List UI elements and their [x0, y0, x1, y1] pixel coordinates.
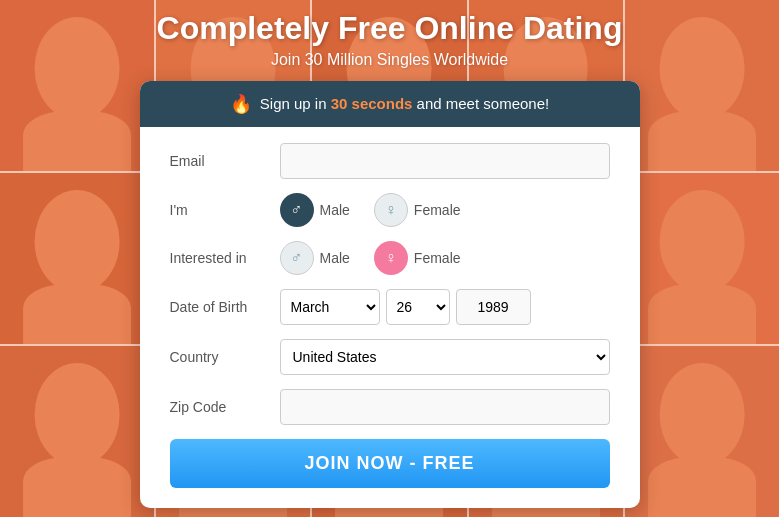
dob-label: Date of Birth: [170, 299, 280, 315]
interested-male-option[interactable]: ♂ Male: [280, 241, 350, 275]
interested-label: Interested in: [170, 250, 280, 266]
email-row: Email: [170, 143, 610, 179]
country-label: Country: [170, 349, 280, 365]
form-header-highlight: 30 seconds: [331, 95, 413, 112]
zip-controls: [280, 389, 610, 425]
dob-controls: January February March April May June Ju…: [280, 289, 610, 325]
zip-input[interactable]: [280, 389, 610, 425]
interested-male-label: Male: [320, 250, 350, 266]
zip-label: Zip Code: [170, 399, 280, 415]
form-header-prefix: Sign up in: [260, 95, 331, 112]
form-header-suffix: and meet someone!: [412, 95, 549, 112]
interested-row: Interested in ♂ Male ♀ Female: [170, 241, 610, 275]
signup-form-card: 🔥 Sign up in 30 seconds and meet someone…: [140, 81, 640, 508]
zip-row: Zip Code: [170, 389, 610, 425]
im-label: I'm: [170, 202, 280, 218]
country-row: Country United States Canada United King…: [170, 339, 610, 375]
im-female-label: Female: [414, 202, 461, 218]
im-row: I'm ♂ Male ♀ Female: [170, 193, 610, 227]
form-header-text: Sign up in 30 seconds and meet someone!: [260, 95, 549, 112]
dob-year-input[interactable]: [456, 289, 531, 325]
dob-row: Date of Birth January February March Apr…: [170, 289, 610, 325]
interested-female-label: Female: [414, 250, 461, 266]
im-male-label: Male: [320, 202, 350, 218]
country-controls: United States Canada United Kingdom Aust…: [280, 339, 610, 375]
email-label: Email: [170, 153, 280, 169]
country-select[interactable]: United States Canada United Kingdom Aust…: [280, 339, 610, 375]
email-controls: [280, 143, 610, 179]
interested-male-circle[interactable]: ♂: [280, 241, 314, 275]
hero-subtitle: Join 30 Million Singles Worldwide: [271, 51, 508, 69]
email-input[interactable]: [280, 143, 610, 179]
interested-female-option[interactable]: ♀ Female: [374, 241, 461, 275]
interested-female-circle-selected[interactable]: ♀: [374, 241, 408, 275]
form-body: Email I'm ♂ Male ♀ Female: [140, 127, 640, 508]
dob-month-select[interactable]: January February March April May June Ju…: [280, 289, 380, 325]
flame-icon: 🔥: [230, 93, 252, 115]
join-button[interactable]: JOIN NOW - FREE: [170, 439, 610, 488]
dob-day-select[interactable]: 1234 5678 9101112 13141516 17181920 2122…: [386, 289, 450, 325]
im-controls: ♂ Male ♀ Female: [280, 193, 610, 227]
im-female-option[interactable]: ♀ Female: [374, 193, 461, 227]
male-circle-selected[interactable]: ♂: [280, 193, 314, 227]
interested-controls: ♂ Male ♀ Female: [280, 241, 610, 275]
female-circle-unselected[interactable]: ♀: [374, 193, 408, 227]
page-content: Completely Free Online Dating Join 30 Mi…: [0, 0, 779, 517]
form-header: 🔥 Sign up in 30 seconds and meet someone…: [140, 81, 640, 127]
im-male-option[interactable]: ♂ Male: [280, 193, 350, 227]
page-title: Completely Free Online Dating: [157, 10, 623, 47]
